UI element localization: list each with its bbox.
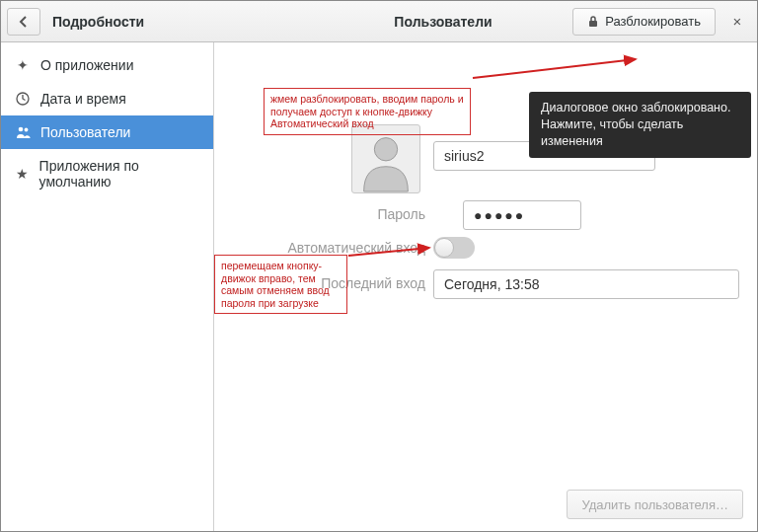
- svg-point-6: [374, 138, 397, 161]
- svg-line-5: [348, 248, 429, 256]
- center-title: Пользователи: [265, 14, 492, 30]
- lock-icon: [587, 16, 599, 28]
- arrow-to-unlock: [473, 54, 650, 84]
- sidebar-item-default-apps[interactable]: ★ Приложения по умолчанию: [1, 149, 213, 198]
- lastlogin-field[interactable]: Сегодня, 13:58: [433, 269, 739, 299]
- users-icon: [15, 124, 31, 140]
- autologin-toggle[interactable]: [433, 237, 475, 259]
- sidebar-item-about[interactable]: ✦ О приложении: [1, 48, 213, 82]
- username-value: sirius2: [444, 148, 484, 164]
- sidebar-item-label: О приложении: [40, 57, 133, 73]
- close-button[interactable]: ×: [723, 8, 751, 36]
- chevron-left-icon: [18, 16, 30, 28]
- svg-point-2: [18, 127, 23, 132]
- svg-point-3: [24, 128, 28, 132]
- sidebar-item-label: Приложения по умолчанию: [39, 158, 199, 190]
- sidebar: ✦ О приложении Дата и время Пользователи…: [1, 42, 214, 531]
- sidebar-item-label: Дата и время: [40, 91, 126, 107]
- annotation-unlock: жмем разблокировать, вводим пароль и пол…: [264, 88, 471, 135]
- close-icon: ×: [733, 13, 742, 30]
- sidebar-item-datetime[interactable]: Дата и время: [1, 82, 213, 115]
- clock-icon: [15, 91, 31, 107]
- svg-line-4: [473, 59, 636, 78]
- password-field[interactable]: ●●●●●: [463, 200, 581, 230]
- content-pane: жмем разблокировать, вводим пароль и пол…: [214, 42, 757, 531]
- annotation-toggle: перемещаем кнопку-движок вправо, тем сам…: [214, 255, 347, 314]
- arrow-to-toggle: [348, 240, 437, 260]
- toggle-knob: [434, 238, 454, 258]
- svg-rect-0: [589, 21, 597, 27]
- settings-window: Подробности Пользователи Разблокировать …: [0, 0, 758, 532]
- sidebar-item-label: Пользователи: [40, 124, 130, 140]
- window-body: ✦ О приложении Дата и время Пользователи…: [1, 42, 757, 531]
- delete-user-button[interactable]: Удалить пользователя…: [567, 490, 743, 519]
- locked-tooltip: Диалоговое окно заблокировано. Нажмите, …: [529, 92, 751, 158]
- tooltip-line1: Диалоговое окно заблокировано.: [541, 100, 739, 116]
- delete-label: Удалить пользователя…: [581, 497, 728, 512]
- star-icon: ★: [15, 166, 30, 182]
- unlock-label: Разблокировать: [605, 14, 701, 29]
- left-title: Подробности: [52, 14, 144, 30]
- lastlogin-value: Сегодня, 13:58: [444, 276, 539, 292]
- unlock-button[interactable]: Разблокировать: [572, 8, 716, 36]
- sidebar-item-users[interactable]: Пользователи: [1, 115, 213, 149]
- plus-icon: ✦: [15, 57, 31, 73]
- password-mask: ●●●●●: [474, 207, 525, 223]
- titlebar: Подробности Пользователи Разблокировать …: [1, 1, 757, 42]
- password-label: Пароль: [377, 206, 425, 222]
- tooltip-line2: Нажмите, чтобы сделать изменения: [541, 116, 739, 150]
- back-button[interactable]: [7, 8, 40, 36]
